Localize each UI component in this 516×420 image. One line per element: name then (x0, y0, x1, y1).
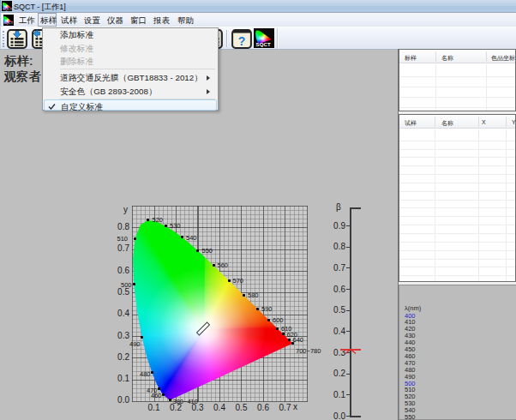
svg-text:?: ? (238, 33, 246, 47)
